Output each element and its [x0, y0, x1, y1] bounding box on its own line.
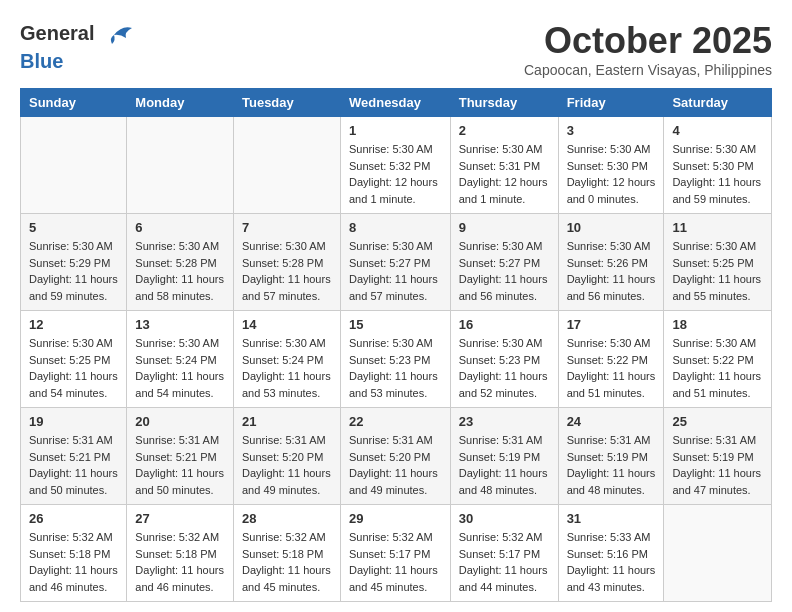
day-cell: 7Sunrise: 5:30 AM Sunset: 5:28 PM Daylig…	[233, 214, 340, 311]
page-header: General Blue October 2025 Capoocan, East…	[20, 20, 772, 78]
day-number: 26	[29, 511, 118, 526]
day-info: Sunrise: 5:30 AM Sunset: 5:24 PM Dayligh…	[242, 335, 332, 401]
day-number: 21	[242, 414, 332, 429]
day-number: 3	[567, 123, 656, 138]
day-cell: 3Sunrise: 5:30 AM Sunset: 5:30 PM Daylig…	[558, 117, 664, 214]
day-info: Sunrise: 5:30 AM Sunset: 5:30 PM Dayligh…	[672, 141, 763, 207]
day-number: 10	[567, 220, 656, 235]
day-number: 13	[135, 317, 225, 332]
day-number: 6	[135, 220, 225, 235]
day-info: Sunrise: 5:30 AM Sunset: 5:27 PM Dayligh…	[349, 238, 442, 304]
week-row-3: 12Sunrise: 5:30 AM Sunset: 5:25 PM Dayli…	[21, 311, 772, 408]
day-number: 27	[135, 511, 225, 526]
day-info: Sunrise: 5:30 AM Sunset: 5:28 PM Dayligh…	[242, 238, 332, 304]
day-info: Sunrise: 5:32 AM Sunset: 5:17 PM Dayligh…	[459, 529, 550, 595]
col-header-monday: Monday	[127, 89, 234, 117]
day-cell: 1Sunrise: 5:30 AM Sunset: 5:32 PM Daylig…	[340, 117, 450, 214]
day-cell	[127, 117, 234, 214]
day-number: 5	[29, 220, 118, 235]
day-cell: 8Sunrise: 5:30 AM Sunset: 5:27 PM Daylig…	[340, 214, 450, 311]
day-number: 23	[459, 414, 550, 429]
day-number: 19	[29, 414, 118, 429]
day-cell: 14Sunrise: 5:30 AM Sunset: 5:24 PM Dayli…	[233, 311, 340, 408]
day-info: Sunrise: 5:31 AM Sunset: 5:20 PM Dayligh…	[349, 432, 442, 498]
col-header-tuesday: Tuesday	[233, 89, 340, 117]
day-number: 8	[349, 220, 442, 235]
day-info: Sunrise: 5:30 AM Sunset: 5:23 PM Dayligh…	[459, 335, 550, 401]
day-info: Sunrise: 5:30 AM Sunset: 5:22 PM Dayligh…	[672, 335, 763, 401]
week-row-2: 5Sunrise: 5:30 AM Sunset: 5:29 PM Daylig…	[21, 214, 772, 311]
day-cell: 12Sunrise: 5:30 AM Sunset: 5:25 PM Dayli…	[21, 311, 127, 408]
day-cell: 25Sunrise: 5:31 AM Sunset: 5:19 PM Dayli…	[664, 408, 772, 505]
day-info: Sunrise: 5:31 AM Sunset: 5:20 PM Dayligh…	[242, 432, 332, 498]
day-cell: 6Sunrise: 5:30 AM Sunset: 5:28 PM Daylig…	[127, 214, 234, 311]
day-info: Sunrise: 5:30 AM Sunset: 5:29 PM Dayligh…	[29, 238, 118, 304]
day-number: 2	[459, 123, 550, 138]
day-cell: 21Sunrise: 5:31 AM Sunset: 5:20 PM Dayli…	[233, 408, 340, 505]
day-number: 1	[349, 123, 442, 138]
day-cell: 31Sunrise: 5:33 AM Sunset: 5:16 PM Dayli…	[558, 505, 664, 602]
day-cell: 30Sunrise: 5:32 AM Sunset: 5:17 PM Dayli…	[450, 505, 558, 602]
week-row-1: 1Sunrise: 5:30 AM Sunset: 5:32 PM Daylig…	[21, 117, 772, 214]
day-number: 11	[672, 220, 763, 235]
day-info: Sunrise: 5:30 AM Sunset: 5:25 PM Dayligh…	[672, 238, 763, 304]
day-cell: 13Sunrise: 5:30 AM Sunset: 5:24 PM Dayli…	[127, 311, 234, 408]
day-number: 22	[349, 414, 442, 429]
day-cell: 16Sunrise: 5:30 AM Sunset: 5:23 PM Dayli…	[450, 311, 558, 408]
day-cell: 15Sunrise: 5:30 AM Sunset: 5:23 PM Dayli…	[340, 311, 450, 408]
day-info: Sunrise: 5:31 AM Sunset: 5:21 PM Dayligh…	[135, 432, 225, 498]
day-info: Sunrise: 5:31 AM Sunset: 5:19 PM Dayligh…	[567, 432, 656, 498]
day-cell: 11Sunrise: 5:30 AM Sunset: 5:25 PM Dayli…	[664, 214, 772, 311]
day-cell: 28Sunrise: 5:32 AM Sunset: 5:18 PM Dayli…	[233, 505, 340, 602]
col-header-sunday: Sunday	[21, 89, 127, 117]
day-info: Sunrise: 5:30 AM Sunset: 5:22 PM Dayligh…	[567, 335, 656, 401]
day-info: Sunrise: 5:30 AM Sunset: 5:28 PM Dayligh…	[135, 238, 225, 304]
day-info: Sunrise: 5:30 AM Sunset: 5:30 PM Dayligh…	[567, 141, 656, 207]
day-cell: 5Sunrise: 5:30 AM Sunset: 5:29 PM Daylig…	[21, 214, 127, 311]
day-number: 25	[672, 414, 763, 429]
day-cell: 26Sunrise: 5:32 AM Sunset: 5:18 PM Dayli…	[21, 505, 127, 602]
day-number: 4	[672, 123, 763, 138]
calendar-table: SundayMondayTuesdayWednesdayThursdayFrid…	[20, 88, 772, 602]
day-info: Sunrise: 5:30 AM Sunset: 5:26 PM Dayligh…	[567, 238, 656, 304]
day-info: Sunrise: 5:30 AM Sunset: 5:32 PM Dayligh…	[349, 141, 442, 207]
day-info: Sunrise: 5:31 AM Sunset: 5:21 PM Dayligh…	[29, 432, 118, 498]
day-info: Sunrise: 5:30 AM Sunset: 5:31 PM Dayligh…	[459, 141, 550, 207]
day-number: 16	[459, 317, 550, 332]
day-number: 28	[242, 511, 332, 526]
title-section: October 2025 Capoocan, Eastern Visayas, …	[524, 20, 772, 78]
day-info: Sunrise: 5:32 AM Sunset: 5:18 PM Dayligh…	[242, 529, 332, 595]
month-title: October 2025	[524, 20, 772, 62]
day-cell: 19Sunrise: 5:31 AM Sunset: 5:21 PM Dayli…	[21, 408, 127, 505]
logo: General Blue	[20, 20, 134, 72]
location: Capoocan, Eastern Visayas, Philippines	[524, 62, 772, 78]
day-info: Sunrise: 5:30 AM Sunset: 5:25 PM Dayligh…	[29, 335, 118, 401]
day-number: 14	[242, 317, 332, 332]
col-header-thursday: Thursday	[450, 89, 558, 117]
day-cell: 4Sunrise: 5:30 AM Sunset: 5:30 PM Daylig…	[664, 117, 772, 214]
day-cell: 2Sunrise: 5:30 AM Sunset: 5:31 PM Daylig…	[450, 117, 558, 214]
day-number: 24	[567, 414, 656, 429]
day-cell: 10Sunrise: 5:30 AM Sunset: 5:26 PM Dayli…	[558, 214, 664, 311]
day-number: 20	[135, 414, 225, 429]
col-header-wednesday: Wednesday	[340, 89, 450, 117]
day-info: Sunrise: 5:30 AM Sunset: 5:23 PM Dayligh…	[349, 335, 442, 401]
col-header-friday: Friday	[558, 89, 664, 117]
day-number: 30	[459, 511, 550, 526]
day-number: 31	[567, 511, 656, 526]
day-info: Sunrise: 5:30 AM Sunset: 5:24 PM Dayligh…	[135, 335, 225, 401]
day-info: Sunrise: 5:32 AM Sunset: 5:18 PM Dayligh…	[135, 529, 225, 595]
logo-general: General	[20, 22, 94, 44]
day-number: 29	[349, 511, 442, 526]
logo-bird-icon	[104, 20, 134, 50]
header-row: SundayMondayTuesdayWednesdayThursdayFrid…	[21, 89, 772, 117]
logo-blue: Blue	[20, 50, 134, 72]
day-cell: 20Sunrise: 5:31 AM Sunset: 5:21 PM Dayli…	[127, 408, 234, 505]
day-info: Sunrise: 5:33 AM Sunset: 5:16 PM Dayligh…	[567, 529, 656, 595]
col-header-saturday: Saturday	[664, 89, 772, 117]
day-number: 15	[349, 317, 442, 332]
day-info: Sunrise: 5:30 AM Sunset: 5:27 PM Dayligh…	[459, 238, 550, 304]
day-number: 7	[242, 220, 332, 235]
day-cell: 23Sunrise: 5:31 AM Sunset: 5:19 PM Dayli…	[450, 408, 558, 505]
week-row-5: 26Sunrise: 5:32 AM Sunset: 5:18 PM Dayli…	[21, 505, 772, 602]
